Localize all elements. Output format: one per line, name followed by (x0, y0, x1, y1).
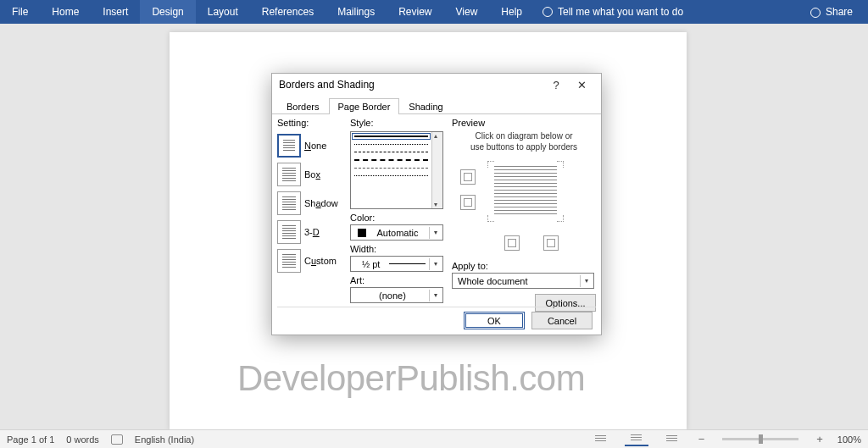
color-label: Color: (350, 213, 375, 223)
close-button[interactable]: ✕ (569, 74, 594, 96)
color-value: Automatic (366, 228, 429, 238)
view-web-layout[interactable] (660, 433, 684, 446)
width-dropdown[interactable]: ½ pt ▾ (350, 256, 443, 272)
watermark-text: DeveloperPublish.com (237, 358, 585, 399)
style-scrollbar[interactable] (431, 132, 442, 208)
status-words[interactable]: 0 words (66, 434, 99, 445)
setting-none[interactable]: None (277, 131, 342, 160)
style-listbox[interactable] (350, 131, 443, 209)
view-read-mode[interactable] (589, 433, 613, 446)
setting-shadow-label: Shadow (304, 198, 338, 208)
zoom-in-button[interactable]: + (814, 433, 826, 445)
status-bar: Page 1 of 1 0 words English (India) − + … (0, 429, 868, 448)
tell-me-label: Tell me what you want to do (558, 6, 683, 18)
setting-3d-label: 3-D (304, 227, 320, 237)
zoom-out-button[interactable]: − (696, 433, 708, 445)
view-print-layout[interactable] (625, 433, 648, 446)
apply-to-value: Whole document (458, 276, 580, 286)
tab-home[interactable]: Home (40, 0, 91, 24)
status-page[interactable]: Page 1 of 1 (7, 434, 54, 445)
none-icon (277, 134, 301, 158)
border-left-toggle[interactable] (504, 235, 520, 251)
setting-box-label: Box (304, 169, 320, 180)
style-label: Style: (350, 118, 443, 128)
help-button[interactable]: ? (543, 74, 569, 96)
box-icon (277, 163, 301, 186)
width-value: ½ pt (356, 259, 386, 269)
width-preview-line (389, 263, 426, 264)
setting-shadow[interactable]: Shadow (277, 189, 342, 218)
style-dash-dot[interactable] (354, 168, 428, 169)
dialog-tabs: Borders Page Border Shading (272, 96, 601, 114)
chevron-down-icon: ▾ (429, 227, 441, 239)
dialog-title: Borders and Shading (279, 79, 375, 91)
width-label: Width: (350, 244, 376, 254)
cancel-button[interactable]: Cancel (531, 312, 593, 329)
style-group: Style: Color: Automatic ▾ (350, 116, 443, 306)
tab-help[interactable]: Help (489, 0, 534, 24)
shadow-icon (277, 191, 301, 215)
status-language[interactable]: English (India) (135, 434, 194, 445)
art-dropdown[interactable]: (none) ▾ (350, 287, 443, 303)
preview-hint: Click on diagram below or use buttons to… (452, 131, 596, 152)
tab-shading[interactable]: Shading (399, 98, 452, 114)
ribbon: File Home Insert Design Layout Reference… (0, 0, 868, 24)
proofing-icon[interactable] (111, 434, 123, 445)
chevron-down-icon: ▾ (580, 275, 592, 287)
tab-borders[interactable]: Borders (277, 98, 329, 114)
style-dash-dot-dot[interactable] (354, 175, 428, 176)
tab-page-border[interactable]: Page Border (329, 98, 400, 114)
style-solid[interactable] (354, 136, 428, 137)
setting-3d[interactable]: 3-D (277, 218, 342, 246)
setting-label: Setting: (277, 118, 342, 128)
preview-page[interactable] (487, 161, 564, 222)
chevron-down-icon: ▾ (429, 290, 441, 301)
tell-me-search[interactable]: Tell me what you want to do (534, 6, 692, 18)
art-value: (none) (356, 290, 429, 301)
ok-button[interactable]: OK (464, 312, 525, 329)
tab-mailings[interactable]: Mailings (326, 0, 387, 24)
options-button[interactable]: Options... (535, 294, 596, 312)
style-dashed[interactable] (354, 159, 428, 161)
tab-references[interactable]: References (250, 0, 326, 24)
preview-group: Preview Click on diagram below or use bu… (452, 116, 596, 306)
color-dropdown[interactable]: Automatic ▾ (350, 224, 443, 241)
tab-file[interactable]: File (0, 0, 40, 24)
setting-none-label: None (304, 141, 326, 151)
tab-design[interactable]: Design (140, 0, 195, 24)
custom-icon (277, 249, 301, 273)
apply-to-label: Apply to: (452, 261, 488, 271)
preview-diagram[interactable] (452, 158, 596, 259)
zoom-level[interactable]: 100% (837, 434, 861, 445)
setting-box[interactable]: Box (277, 160, 342, 189)
border-top-toggle[interactable] (460, 169, 476, 185)
borders-and-shading-dialog: Borders and Shading ? ✕ Borders Page Bor… (271, 73, 602, 335)
apply-to-dropdown[interactable]: Whole document ▾ (452, 273, 594, 289)
share-label: Share (826, 6, 853, 18)
tab-review[interactable]: Review (387, 0, 443, 24)
tab-insert[interactable]: Insert (91, 0, 140, 24)
dialog-titlebar: Borders and Shading ? ✕ (272, 74, 601, 96)
border-right-toggle[interactable] (543, 235, 559, 251)
setting-group: Setting: None Box Shadow 3-D Custom (277, 116, 342, 306)
zoom-slider[interactable] (722, 438, 798, 440)
border-bottom-toggle[interactable] (460, 195, 476, 210)
art-label: Art: (350, 275, 364, 285)
style-dotted[interactable] (354, 144, 428, 145)
tab-view[interactable]: View (444, 0, 490, 24)
tab-layout[interactable]: Layout (196, 0, 250, 24)
chevron-down-icon: ▾ (429, 258, 441, 270)
color-swatch-icon (358, 229, 366, 237)
style-dashed-small[interactable] (354, 152, 428, 152)
setting-custom[interactable]: Custom (277, 246, 342, 275)
preview-label: Preview (452, 118, 596, 128)
share-icon (810, 8, 821, 18)
setting-custom-label: Custom (304, 256, 337, 266)
share-button[interactable]: Share (795, 6, 868, 18)
lightbulb-icon (542, 7, 553, 17)
three-d-icon (277, 220, 301, 244)
